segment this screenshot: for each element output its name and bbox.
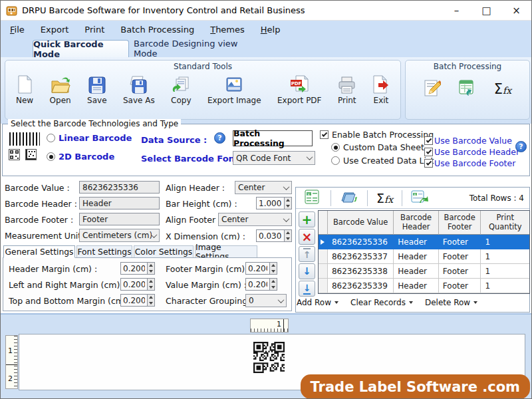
new-button[interactable]: New <box>16 74 33 105</box>
minimize-button[interactable]: – <box>442 1 471 20</box>
table-row[interactable]: 86236235337 Header Footer 1 <box>319 249 529 264</box>
ruler-ticks <box>251 329 288 332</box>
export-pdf-button[interactable]: PDF Export PDF <box>277 74 321 105</box>
footer-margin-spinner[interactable] <box>245 262 277 275</box>
sigma-icon: Σ <box>494 81 503 97</box>
sigma-fx-data-button[interactable]: Σfx <box>376 191 393 205</box>
chevron-down-icon <box>283 215 290 222</box>
align-footer-select[interactable]: Center <box>218 213 292 226</box>
spinner-buttons[interactable] <box>270 262 277 275</box>
save-button[interactable]: Save <box>87 74 106 105</box>
sigma-fx-button[interactable]: Σfx <box>494 81 511 97</box>
tab-font-settings[interactable]: Font Settings <box>76 245 132 258</box>
move-bottom-icon-button[interactable]: ↓ <box>299 281 315 297</box>
add-row-button[interactable]: Add Row <box>297 298 338 307</box>
copy-button[interactable]: Copy <box>171 74 191 105</box>
character-grouping-select[interactable]: 0 <box>245 294 287 307</box>
print-button[interactable]: Print <box>338 74 356 105</box>
tab-barcode-designing-view-mode[interactable]: Barcode Designing view Mode <box>134 40 264 57</box>
barcode-value-input[interactable] <box>79 181 160 194</box>
delete-row-button[interactable]: Delete Row <box>425 298 477 307</box>
col-barcode-value[interactable]: Barcode Value <box>328 211 394 235</box>
header-margin-spinner[interactable] <box>120 262 155 275</box>
batch-spreadsheet-button[interactable] <box>458 79 477 99</box>
open-button[interactable]: Open <box>50 74 71 105</box>
menu-themes[interactable]: Themes <box>210 25 245 35</box>
align-header-select[interactable]: Center <box>235 181 292 194</box>
col-print-quantity[interactable]: Print Quantity <box>481 211 529 235</box>
x-dimension-spinner[interactable] <box>256 229 292 242</box>
exit-button[interactable]: Exit <box>372 74 390 105</box>
use-created-data-list-radio[interactable]: Use Created Data List <box>331 156 434 166</box>
col-barcode-footer[interactable]: Barcode Footer <box>439 211 481 235</box>
align-header-label: Align Header : <box>166 183 225 193</box>
batch-processing-button[interactable]: Batch Processing <box>233 130 313 146</box>
barcode-header-input[interactable] <box>79 197 160 209</box>
export-image-icon <box>225 74 243 94</box>
col-barcode-header[interactable]: Barcode Header <box>394 211 439 235</box>
tab-color-settings[interactable]: Color Settings <box>134 245 194 258</box>
spinner-buttons[interactable] <box>285 197 293 209</box>
move-top-icon-button[interactable]: ↑ <box>299 246 315 262</box>
menu-export[interactable]: Export <box>41 25 69 35</box>
spinner-buttons[interactable] <box>148 262 155 275</box>
spinner-buttons[interactable] <box>148 278 155 291</box>
move-down-icon-button[interactable]: ↓ <box>299 263 315 279</box>
clear-records-button[interactable]: Clear Records <box>350 298 413 307</box>
menu-batch-processing[interactable]: Batch Processing <box>120 25 194 35</box>
enable-batch-checkbox[interactable]: Enable Batch Processing <box>320 130 434 140</box>
batch-edit-button[interactable] <box>424 79 441 99</box>
maximize-button[interactable]: □ <box>471 1 501 20</box>
spinner-buttons[interactable] <box>285 229 293 242</box>
divider <box>402 190 402 206</box>
delete-row-icon-button[interactable]: × <box>299 229 315 245</box>
use-barcode-header-checkbox[interactable]: Use Barcode Header <box>424 147 519 157</box>
custom-data-sheet-radio[interactable]: Custom Data Sheet <box>331 142 424 152</box>
qr-small-icon <box>9 149 20 160</box>
watermark-badge: Trade Label Software .com <box>301 374 530 399</box>
left-right-margin-spinner[interactable] <box>120 278 155 291</box>
bar-height-spinner[interactable] <box>256 197 292 209</box>
ruler-ticks <box>14 336 17 388</box>
linear-barcode-radio[interactable]: Linear Barcode <box>47 133 132 143</box>
barcode-footer-input[interactable] <box>79 213 160 225</box>
close-button[interactable]: × <box>501 1 531 20</box>
use-barcode-footer-checkbox[interactable]: Use Barcode Footer <box>424 158 515 168</box>
data-source-help-icon[interactable]: ? <box>214 132 225 144</box>
tab-general-settings[interactable]: General Settings <box>3 245 75 258</box>
use-barcode-value-checkbox[interactable]: Use Barcode Value <box>424 136 512 146</box>
menu-print[interactable]: Print <box>84 25 104 35</box>
menu-help[interactable]: Help <box>261 25 281 35</box>
data-panel-toolbar: x Σfx x Total Rows : 4 <box>296 188 529 209</box>
table-row[interactable]: 86236235338 Header Footer 1 <box>319 264 529 279</box>
value-margin-spinner[interactable] <box>245 278 277 291</box>
table-row[interactable]: 86236235336 Header Footer 1 <box>319 235 529 249</box>
add-row-icon-button[interactable]: + <box>299 211 315 227</box>
barcode-value-label: Barcode Value : <box>5 183 70 193</box>
caret-down-icon <box>473 301 477 304</box>
barcode-font-select[interactable]: QR Code Font <box>233 151 315 165</box>
exit-icon <box>372 74 390 94</box>
caret-down-icon <box>409 301 413 304</box>
save-as-button[interactable]: Save As <box>123 74 155 105</box>
menu-file[interactable]: File <box>10 25 25 35</box>
export-pdf-icon: PDF <box>289 74 309 94</box>
2d-barcode-radio[interactable]: 2D Barcode <box>47 152 114 162</box>
spinner-buttons[interactable] <box>148 294 155 307</box>
general-settings-panel: Header Margin (cm) : Footer Margin (cm) … <box>3 257 292 311</box>
export-image-button[interactable]: Export Image <box>207 74 261 105</box>
measurement-unit-select[interactable]: Centimeters (cm) <box>79 229 160 242</box>
export-excel-button[interactable]: x <box>304 189 320 207</box>
fx-icon: fx <box>384 194 393 205</box>
barcode-options-help-icon[interactable]: ? <box>515 141 527 152</box>
row-selector <box>319 235 328 249</box>
tab-quick-barcode-mode[interactable]: Quick Barcode Mode <box>33 40 129 57</box>
copy-data-button[interactable] <box>339 189 358 207</box>
top-bottom-margin-label: Top and Bottom Margin (cm) <box>9 296 127 306</box>
checkbox-checked-icon <box>424 148 433 156</box>
import-excel-button[interactable]: x <box>410 189 429 207</box>
top-bottom-margin-spinner[interactable] <box>120 294 155 307</box>
tab-image-settings[interactable]: Image Settings <box>195 245 257 258</box>
table-row[interactable]: 86236235339 Header Footer 1 <box>319 279 529 293</box>
spinner-buttons[interactable] <box>270 278 277 291</box>
